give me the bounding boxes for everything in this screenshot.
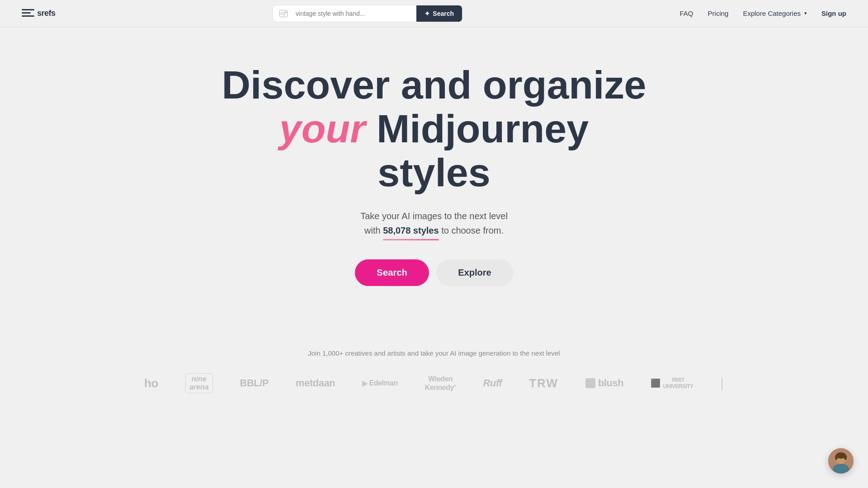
social-proof-section: Join 1,000+ creatives and artists and ta… — [0, 349, 868, 393]
brand-ruff: Ruff — [483, 377, 502, 389]
svg-point-7 — [844, 455, 847, 460]
chat-avatar — [828, 448, 854, 474]
brand-bblp: BBL/P — [240, 377, 269, 389]
sparkle-icon: ✦ — [425, 10, 430, 17]
hero-search-button[interactable]: Search — [355, 259, 429, 286]
nav-links: FAQ Pricing Explore Categories ▾ Sign up — [680, 9, 846, 17]
brand-divider: | — [721, 376, 724, 390]
brand-blush: blush — [585, 377, 623, 389]
hero-title: Discover and organize your Midjourney st… — [222, 63, 646, 194]
hero-title-styles: styles — [377, 150, 491, 195]
brand-nine-arena: ninearena — [185, 373, 213, 393]
logo-text: srefs — [37, 9, 56, 18]
logo[interactable]: srefs — [22, 9, 56, 18]
svg-point-6 — [835, 455, 838, 460]
nav-explore-categories[interactable]: Explore Categories ▾ — [743, 9, 807, 17]
logo-icon — [22, 9, 34, 18]
brand-wieden-kennedy: WiedenKennedy+ — [425, 375, 456, 392]
nav-search-bar: ✦ Search — [273, 5, 462, 22]
hero-section: Discover and organize your Midjourney st… — [0, 27, 868, 313]
hero-explore-button[interactable]: Explore — [436, 259, 513, 286]
nav-search-button[interactable]: ✦ Search — [416, 5, 462, 22]
chat-widget[interactable] — [828, 448, 854, 474]
hero-title-line1: Discover and organize — [222, 62, 646, 107]
hero-title-your: your — [279, 106, 366, 151]
search-input[interactable] — [292, 5, 416, 22]
svg-point-1 — [281, 12, 283, 14]
brand-rmit: ⬛ RMITUNIVERSITY — [651, 377, 693, 390]
hero-buttons: Search Explore — [355, 259, 513, 286]
social-proof-text: Join 1,000+ creatives and artists and ta… — [18, 349, 850, 357]
brand-edelman: ▶ Edelman — [362, 379, 398, 388]
brand-metdaan: metdaan — [296, 377, 335, 389]
hero-styles-count: 58,078 styles — [383, 223, 439, 238]
navbar: srefs ✦ Search FAQ Pricing Explore Categ… — [0, 0, 868, 27]
nav-faq[interactable]: FAQ — [680, 9, 693, 17]
search-image-icon — [273, 10, 292, 17]
chevron-down-icon: ▾ — [804, 10, 807, 16]
nav-signup[interactable]: Sign up — [821, 9, 846, 17]
hero-subtitle: Take your AI images to the next level wi… — [360, 209, 508, 238]
brand-trw: TRW — [529, 376, 558, 390]
brand-logos: ho ninearena BBL/P metdaan ▶ Edelman Wie… — [18, 373, 850, 393]
brand-ho: ho — [144, 376, 158, 390]
nav-pricing[interactable]: Pricing — [708, 9, 729, 17]
